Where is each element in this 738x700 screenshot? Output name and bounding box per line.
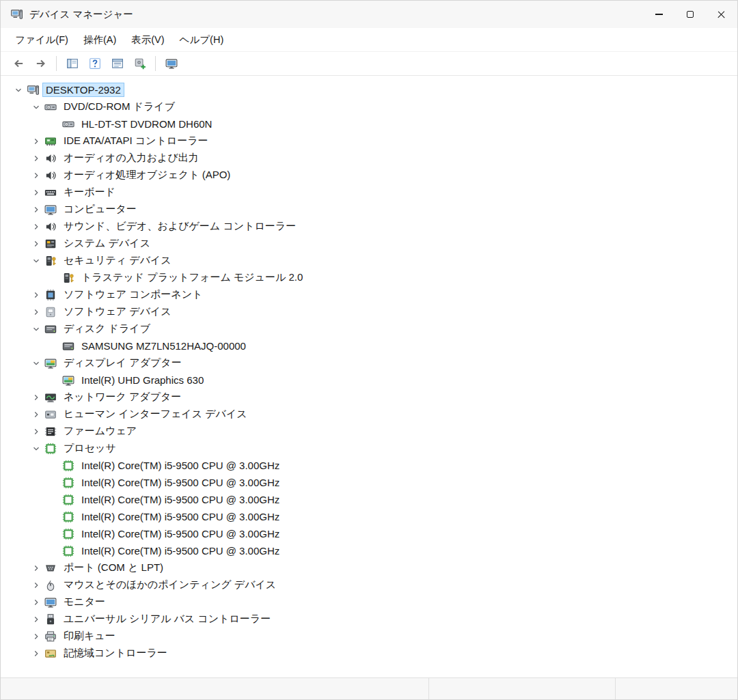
chevron-expanded-icon[interactable] xyxy=(28,255,44,267)
minimize-button[interactable] xyxy=(643,1,674,28)
update-driver-icon xyxy=(134,57,146,70)
menu-bar: ファイル(F)操作(A)表示(V)ヘルプ(H) xyxy=(1,28,737,52)
chevron-collapsed-icon[interactable] xyxy=(28,408,44,421)
tree-item[interactable]: モニター xyxy=(1,593,737,611)
chevron-expanded-icon[interactable] xyxy=(28,357,44,369)
processor-icon xyxy=(62,528,78,540)
toolbar xyxy=(1,52,737,76)
close-button[interactable] xyxy=(706,1,737,28)
chevron-collapsed-icon[interactable] xyxy=(28,391,44,404)
tree-item[interactable]: ファームウェア xyxy=(1,423,737,440)
tree-item[interactable]: ディスク ドライブ xyxy=(1,320,737,337)
tree-item[interactable]: ディスプレイ アダプター xyxy=(1,354,737,372)
toolbar-back-button[interactable] xyxy=(8,54,29,73)
device-manager-app-icon xyxy=(10,8,23,20)
tree-item-label: HL-DT-ST DVDROM DH60N xyxy=(78,117,215,131)
toolbar-properties-button[interactable] xyxy=(107,54,128,73)
tree-item[interactable]: セキュリティ デバイス xyxy=(1,252,737,269)
tree-item[interactable]: Intel(R) UHD Graphics 630 xyxy=(1,372,737,389)
toolbar-scan-hardware-changes-button[interactable] xyxy=(161,54,182,73)
expander-spacer xyxy=(46,118,62,130)
chevron-collapsed-icon[interactable] xyxy=(28,562,44,574)
toolbar-help-button[interactable] xyxy=(84,54,105,73)
maximize-button[interactable] xyxy=(674,1,706,28)
chevron-collapsed-icon[interactable] xyxy=(28,647,44,660)
tree-item[interactable]: システム デバイス xyxy=(1,235,737,252)
chevron-collapsed-icon[interactable] xyxy=(28,579,44,591)
tree-item-label: キーボード xyxy=(60,184,119,200)
tree-item[interactable]: キーボード xyxy=(1,184,737,201)
chevron-expanded-icon[interactable] xyxy=(28,323,44,335)
expander-spacer xyxy=(46,374,62,387)
chevron-collapsed-icon[interactable] xyxy=(28,613,44,626)
tree-item[interactable]: オーディオ処理オブジェクト (APO) xyxy=(1,167,737,184)
menu-item-file[interactable]: ファイル(F) xyxy=(8,30,76,50)
tree-item-label: モニター xyxy=(60,594,109,610)
system-device-icon xyxy=(44,238,60,250)
menu-item-view[interactable]: 表示(V) xyxy=(124,30,172,50)
tree-item[interactable]: 記憶域コントローラー xyxy=(1,645,737,662)
chevron-collapsed-icon[interactable] xyxy=(28,630,44,643)
chevron-collapsed-icon[interactable] xyxy=(28,238,44,250)
tree-item[interactable]: Intel(R) Core(TM) i5-9500 CPU @ 3.00GHz xyxy=(1,542,737,559)
chevron-collapsed-icon[interactable] xyxy=(28,152,44,165)
hid-icon xyxy=(44,408,60,421)
menu-item-help[interactable]: ヘルプ(H) xyxy=(172,30,232,50)
tree-item[interactable]: ソフトウェア コンポーネント xyxy=(1,286,737,303)
tree-item-label: ユニバーサル シリアル バス コントローラー xyxy=(60,611,274,627)
tree-item[interactable]: ソフトウェア デバイス xyxy=(1,303,737,320)
tree-item[interactable]: ポート (COM と LPT) xyxy=(1,559,737,576)
title-bar: デバイス マネージャー xyxy=(1,1,737,28)
chevron-collapsed-icon[interactable] xyxy=(28,186,44,199)
tree-item[interactable]: HL-DT-ST DVDROM DH60N xyxy=(1,115,737,132)
toolbar-separator xyxy=(56,56,57,71)
cd-drive-icon xyxy=(62,118,78,130)
tree-item[interactable]: Intel(R) Core(TM) i5-9500 CPU @ 3.00GHz xyxy=(1,508,737,525)
tree-item[interactable]: ヒューマン インターフェイス デバイス xyxy=(1,406,737,423)
chevron-collapsed-icon[interactable] xyxy=(28,306,44,318)
chevron-expanded-icon[interactable] xyxy=(28,443,44,455)
tree-item[interactable]: ネットワーク アダプター xyxy=(1,389,737,406)
menu-item-action[interactable]: 操作(A) xyxy=(76,30,124,50)
tree-item[interactable]: コンピューター xyxy=(1,201,737,218)
device-tree: DESKTOP-2932DVD/CD-ROM ドライブHL-DT-ST DVDR… xyxy=(1,76,737,677)
chevron-collapsed-icon[interactable] xyxy=(28,169,44,182)
tree-item[interactable]: Intel(R) Core(TM) i5-9500 CPU @ 3.00GHz xyxy=(1,491,737,508)
scan-monitor-icon xyxy=(165,57,178,70)
processor-icon xyxy=(62,477,78,489)
status-segment-middle xyxy=(429,678,616,699)
tree-item[interactable]: プロセッサ xyxy=(1,440,737,457)
tree-item[interactable]: トラステッド プラットフォーム モジュール 2.0 xyxy=(1,269,737,286)
tree-item-label: オーディオの入力および出力 xyxy=(60,150,202,166)
tree-item-label: ヒューマン インターフェイス デバイス xyxy=(60,406,251,422)
tree-item[interactable]: 印刷キュー xyxy=(1,628,737,645)
tree-item-label: ディスク ドライブ xyxy=(60,321,154,337)
tree-item[interactable]: Intel(R) Core(TM) i5-9500 CPU @ 3.00GHz xyxy=(1,525,737,542)
tree-item-label: DESKTOP-2932 xyxy=(42,83,124,97)
chevron-collapsed-icon[interactable] xyxy=(28,425,44,438)
tree-item-label: IDE ATA/ATAPI コントローラー xyxy=(60,133,212,149)
monitor-icon xyxy=(44,204,60,216)
chevron-collapsed-icon[interactable] xyxy=(28,596,44,608)
tree-item-label: マウスとそのほかのポインティング デバイス xyxy=(60,577,279,593)
tree-item[interactable]: IDE ATA/ATAPI コントローラー xyxy=(1,132,737,150)
chevron-collapsed-icon[interactable] xyxy=(28,204,44,216)
tree-item[interactable]: Intel(R) Core(TM) i5-9500 CPU @ 3.00GHz xyxy=(1,457,737,474)
tree-item[interactable]: Intel(R) Core(TM) i5-9500 CPU @ 3.00GHz xyxy=(1,474,737,491)
tree-item[interactable]: マウスとそのほかのポインティング デバイス xyxy=(1,576,737,593)
tree-item[interactable]: オーディオの入力および出力 xyxy=(1,150,737,167)
toolbar-show-hide-console-tree-button[interactable] xyxy=(62,54,83,73)
tree-item-label: Intel(R) UHD Graphics 630 xyxy=(78,373,207,387)
chevron-collapsed-icon[interactable] xyxy=(28,135,44,148)
tree-item[interactable]: DVD/CD-ROM ドライブ xyxy=(1,98,737,115)
tree-item[interactable]: SAMSUNG MZ7LN512HAJQ-00000 xyxy=(1,337,737,354)
chevron-collapsed-icon[interactable] xyxy=(28,221,44,233)
tree-item[interactable]: サウンド、ビデオ、およびゲーム コントローラー xyxy=(1,218,737,235)
toolbar-forward-button[interactable] xyxy=(30,54,51,73)
chevron-collapsed-icon[interactable] xyxy=(28,289,44,301)
chevron-expanded-icon[interactable] xyxy=(10,84,27,96)
tree-item[interactable]: DESKTOP-2932 xyxy=(1,81,737,98)
toolbar-update-driver-button[interactable] xyxy=(129,54,150,73)
chevron-expanded-icon[interactable] xyxy=(28,101,44,113)
tree-item[interactable]: ユニバーサル シリアル バス コントローラー xyxy=(1,611,737,628)
